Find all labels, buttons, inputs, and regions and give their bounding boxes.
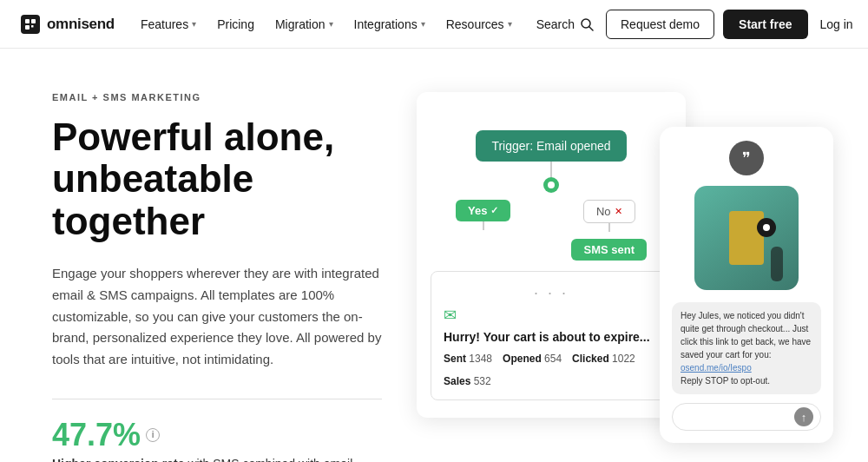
- nav-resources[interactable]: Resources ▾: [437, 12, 521, 36]
- product-bottle: [729, 211, 764, 265]
- chevron-down-icon: ▾: [192, 19, 196, 29]
- request-demo-button[interactable]: Request demo: [606, 10, 714, 39]
- sms-link[interactable]: osend.me/io/Iespo: [681, 363, 752, 373]
- hero-description: Engage your shoppers wherever they are w…: [52, 263, 382, 371]
- svg-rect-1: [31, 19, 36, 23]
- svg-rect-2: [25, 25, 30, 30]
- email-icon: ✉: [444, 306, 659, 325]
- nav-features[interactable]: Features ▾: [132, 12, 205, 36]
- flow-yes-branch: Yes ✓: [456, 200, 510, 230]
- hero-left: EMAIL + SMS MARKETING Powerful alone, un…: [52, 92, 382, 462]
- email-stats: Sent 1348 Opened 654 Clicked 1022 Sales …: [444, 353, 659, 387]
- chevron-down-icon: ▾: [421, 19, 425, 29]
- stat-label: Higher conversion rate with SMS combined…: [52, 457, 382, 462]
- svg-rect-0: [25, 19, 30, 23]
- email-preview-card: · · · ✉ Hurry! Your cart is about to exp…: [431, 271, 672, 400]
- sms-avatar: ❞: [729, 141, 764, 175]
- login-button[interactable]: Log in: [812, 12, 862, 36]
- hero-tag: EMAIL + SMS MARKETING: [52, 92, 382, 102]
- search-icon: [580, 17, 594, 31]
- product-cap: [757, 218, 776, 237]
- svg-rect-3: [31, 25, 34, 28]
- sms-message-bubble: Hey Jules, we noticed you didn't quite g…: [672, 302, 821, 394]
- hero-section: EMAIL + SMS MARKETING Powerful alone, un…: [0, 49, 868, 462]
- stat-percentage: 47.7% i: [52, 417, 382, 453]
- logo-icon: [21, 15, 40, 34]
- flow-connector: [550, 162, 552, 177]
- flow-no-label: No ✕: [583, 200, 635, 223]
- flow-yes-label: Yes ✓: [456, 200, 510, 221]
- sms-reply-input[interactable]: ↑: [672, 403, 821, 431]
- hero-stat: 47.7% i Higher conversion rate with SMS …: [52, 399, 382, 462]
- svg-line-5: [589, 27, 593, 30]
- chevron-down-icon: ▾: [329, 19, 333, 29]
- email-stat-opened: Opened 654: [503, 353, 562, 365]
- nav-pricing[interactable]: Pricing: [208, 12, 263, 36]
- start-free-button[interactable]: Start free: [723, 10, 807, 39]
- flow-branches: Yes ✓ No ✕ SMS sent: [417, 193, 686, 261]
- flow-no-branch: No ✕ SMS sent: [571, 200, 647, 261]
- nav-integrations[interactable]: Integrations ▾: [345, 12, 434, 36]
- nav-migration[interactable]: Migration ▾: [266, 12, 342, 36]
- flow-trigger: Trigger: Email opened: [476, 130, 626, 162]
- info-icon[interactable]: i: [146, 428, 160, 442]
- email-stat-sent: Sent 1348: [444, 353, 492, 365]
- search-button[interactable]: Search: [528, 12, 602, 36]
- email-dots: · · ·: [444, 284, 659, 302]
- sms-sent-badge: SMS sent: [571, 239, 647, 261]
- flow-dot: [543, 177, 559, 193]
- sms-send-button[interactable]: ↑: [794, 407, 813, 426]
- hero-title: Powerful alone, unbeatable together: [52, 116, 382, 242]
- navigation: omnisend Features ▾ Pricing Migration ▾ …: [0, 0, 868, 49]
- logo[interactable]: omnisend: [21, 15, 115, 34]
- email-stat-sales: Sales 532: [444, 375, 491, 387]
- chevron-down-icon: ▾: [508, 19, 512, 29]
- flow-card: Trigger: Email opened Yes ✓ No: [417, 92, 686, 418]
- product-image: [694, 186, 799, 290]
- product-spray: [771, 247, 783, 281]
- email-stat-clicked: Clicked 1022: [572, 353, 635, 365]
- hero-visual: Trigger: Email opened Yes ✓ No: [417, 92, 833, 439]
- brand-name: omnisend: [47, 16, 115, 33]
- email-subject: Hurry! Your cart is about to expire...: [444, 330, 659, 344]
- sms-preview-card: ❞ Hey Jules, we noticed you didn't quite…: [660, 127, 833, 443]
